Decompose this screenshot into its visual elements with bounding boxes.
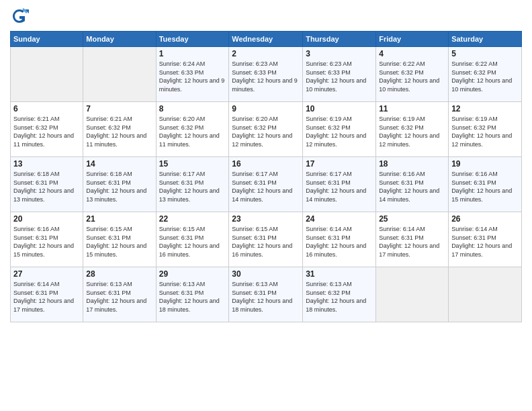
calendar-cell: 3Sunrise: 6:23 AM Sunset: 6:33 PM Daylig…	[303, 47, 376, 102]
day-number: 1	[159, 49, 226, 58]
day-number: 17	[306, 159, 373, 169]
day-info: Sunrise: 6:22 AM Sunset: 6:32 PM Dayligh…	[451, 60, 519, 93]
calendar-cell: 9Sunrise: 6:20 AM Sunset: 6:32 PM Daylig…	[229, 102, 303, 157]
calendar-cell	[11, 47, 83, 102]
calendar-cell: 15Sunrise: 6:17 AM Sunset: 6:31 PM Dayli…	[156, 157, 229, 212]
weekday-header-thursday: Thursday	[303, 32, 376, 47]
calendar-cell: 12Sunrise: 6:19 AM Sunset: 6:32 PM Dayli…	[449, 102, 522, 157]
calendar-cell	[376, 267, 449, 322]
day-number: 23	[232, 214, 300, 224]
day-info: Sunrise: 6:22 AM Sunset: 6:32 PM Dayligh…	[379, 60, 445, 93]
day-number: 29	[159, 269, 226, 279]
day-info: Sunrise: 6:13 AM Sunset: 6:31 PM Dayligh…	[159, 280, 226, 314]
day-info: Sunrise: 6:13 AM Sunset: 6:31 PM Dayligh…	[86, 280, 152, 314]
calendar-cell: 25Sunrise: 6:14 AM Sunset: 6:31 PM Dayli…	[376, 212, 449, 267]
weekday-header-monday: Monday	[83, 32, 156, 47]
day-number: 30	[232, 269, 300, 279]
logo-icon	[10, 7, 29, 26]
calendar-cell: 10Sunrise: 6:19 AM Sunset: 6:32 PM Dayli…	[303, 102, 376, 157]
day-number: 20	[13, 214, 80, 224]
day-number: 3	[306, 49, 373, 58]
day-info: Sunrise: 6:23 AM Sunset: 6:33 PM Dayligh…	[306, 60, 373, 93]
weekday-header-wednesday: Wednesday	[229, 32, 303, 47]
header	[10, 7, 522, 26]
calendar-cell: 14Sunrise: 6:18 AM Sunset: 6:31 PM Dayli…	[83, 157, 156, 212]
day-number: 14	[86, 159, 152, 169]
calendar-cell: 11Sunrise: 6:19 AM Sunset: 6:32 PM Dayli…	[376, 102, 449, 157]
day-info: Sunrise: 6:13 AM Sunset: 6:32 PM Dayligh…	[306, 280, 373, 314]
weekday-header-tuesday: Tuesday	[156, 32, 229, 47]
day-info: Sunrise: 6:20 AM Sunset: 6:32 PM Dayligh…	[232, 115, 300, 148]
day-number: 18	[379, 159, 445, 169]
day-info: Sunrise: 6:19 AM Sunset: 6:32 PM Dayligh…	[451, 115, 519, 148]
day-number: 31	[306, 269, 373, 279]
calendar-cell: 29Sunrise: 6:13 AM Sunset: 6:31 PM Dayli…	[156, 267, 229, 322]
calendar-cell: 27Sunrise: 6:14 AM Sunset: 6:31 PM Dayli…	[11, 267, 83, 322]
calendar-week-1: 1Sunrise: 6:24 AM Sunset: 6:33 PM Daylig…	[11, 47, 522, 102]
calendar-cell: 7Sunrise: 6:21 AM Sunset: 6:32 PM Daylig…	[83, 102, 156, 157]
calendar-week-4: 20Sunrise: 6:16 AM Sunset: 6:31 PM Dayli…	[11, 212, 522, 267]
day-number: 27	[13, 269, 80, 279]
calendar-week-5: 27Sunrise: 6:14 AM Sunset: 6:31 PM Dayli…	[11, 267, 522, 322]
day-number: 19	[451, 159, 519, 169]
calendar-header: SundayMondayTuesdayWednesdayThursdayFrid…	[11, 32, 522, 47]
calendar-table: SundayMondayTuesdayWednesdayThursdayFrid…	[10, 31, 522, 322]
day-info: Sunrise: 6:16 AM Sunset: 6:31 PM Dayligh…	[379, 170, 445, 203]
calendar-cell: 31Sunrise: 6:13 AM Sunset: 6:32 PM Dayli…	[303, 267, 376, 322]
calendar-cell: 24Sunrise: 6:14 AM Sunset: 6:31 PM Dayli…	[303, 212, 376, 267]
day-number: 26	[451, 214, 519, 224]
calendar-cell: 8Sunrise: 6:20 AM Sunset: 6:32 PM Daylig…	[156, 102, 229, 157]
day-number: 24	[306, 214, 373, 224]
calendar-cell: 18Sunrise: 6:16 AM Sunset: 6:31 PM Dayli…	[376, 157, 449, 212]
day-info: Sunrise: 6:21 AM Sunset: 6:32 PM Dayligh…	[13, 115, 80, 148]
calendar-cell: 2Sunrise: 6:23 AM Sunset: 6:33 PM Daylig…	[229, 47, 303, 102]
calendar-page: SundayMondayTuesdayWednesdayThursdayFrid…	[0, 0, 532, 411]
calendar-cell: 30Sunrise: 6:13 AM Sunset: 6:31 PM Dayli…	[229, 267, 303, 322]
day-number: 9	[232, 104, 300, 113]
calendar-cell: 21Sunrise: 6:15 AM Sunset: 6:31 PM Dayli…	[83, 212, 156, 267]
day-info: Sunrise: 6:15 AM Sunset: 6:31 PM Dayligh…	[159, 225, 226, 259]
day-info: Sunrise: 6:23 AM Sunset: 6:33 PM Dayligh…	[232, 60, 300, 93]
day-info: Sunrise: 6:19 AM Sunset: 6:32 PM Dayligh…	[379, 115, 445, 148]
day-number: 10	[306, 104, 373, 113]
calendar-cell: 16Sunrise: 6:17 AM Sunset: 6:31 PM Dayli…	[229, 157, 303, 212]
calendar-cell: 1Sunrise: 6:24 AM Sunset: 6:33 PM Daylig…	[156, 47, 229, 102]
day-info: Sunrise: 6:18 AM Sunset: 6:31 PM Dayligh…	[13, 170, 80, 203]
calendar-cell: 5Sunrise: 6:22 AM Sunset: 6:32 PM Daylig…	[449, 47, 522, 102]
weekday-header-friday: Friday	[376, 32, 449, 47]
day-info: Sunrise: 6:21 AM Sunset: 6:32 PM Dayligh…	[86, 115, 152, 148]
calendar-week-3: 13Sunrise: 6:18 AM Sunset: 6:31 PM Dayli…	[11, 157, 522, 212]
day-number: 4	[379, 49, 445, 58]
calendar-cell: 28Sunrise: 6:13 AM Sunset: 6:31 PM Dayli…	[83, 267, 156, 322]
calendar-cell	[449, 267, 522, 322]
day-number: 21	[86, 214, 152, 224]
calendar-cell: 6Sunrise: 6:21 AM Sunset: 6:32 PM Daylig…	[11, 102, 83, 157]
day-info: Sunrise: 6:15 AM Sunset: 6:31 PM Dayligh…	[86, 225, 152, 259]
day-info: Sunrise: 6:17 AM Sunset: 6:31 PM Dayligh…	[306, 170, 373, 203]
day-number: 8	[159, 104, 226, 113]
day-number: 15	[159, 159, 226, 169]
day-number: 7	[86, 104, 152, 113]
day-number: 12	[451, 104, 519, 113]
day-info: Sunrise: 6:16 AM Sunset: 6:31 PM Dayligh…	[13, 225, 80, 259]
calendar-cell: 13Sunrise: 6:18 AM Sunset: 6:31 PM Dayli…	[11, 157, 83, 212]
calendar-cell: 17Sunrise: 6:17 AM Sunset: 6:31 PM Dayli…	[303, 157, 376, 212]
day-number: 16	[232, 159, 300, 169]
day-info: Sunrise: 6:24 AM Sunset: 6:33 PM Dayligh…	[159, 60, 226, 93]
day-info: Sunrise: 6:14 AM Sunset: 6:31 PM Dayligh…	[13, 280, 80, 314]
day-info: Sunrise: 6:16 AM Sunset: 6:31 PM Dayligh…	[451, 170, 519, 203]
calendar-cell: 19Sunrise: 6:16 AM Sunset: 6:31 PM Dayli…	[449, 157, 522, 212]
calendar-cell: 26Sunrise: 6:14 AM Sunset: 6:31 PM Dayli…	[449, 212, 522, 267]
day-info: Sunrise: 6:19 AM Sunset: 6:32 PM Dayligh…	[306, 115, 373, 148]
day-info: Sunrise: 6:18 AM Sunset: 6:31 PM Dayligh…	[86, 170, 152, 203]
calendar-cell: 22Sunrise: 6:15 AM Sunset: 6:31 PM Dayli…	[156, 212, 229, 267]
day-number: 13	[13, 159, 80, 169]
calendar-body: 1Sunrise: 6:24 AM Sunset: 6:33 PM Daylig…	[11, 47, 522, 322]
day-number: 22	[159, 214, 226, 224]
day-info: Sunrise: 6:14 AM Sunset: 6:31 PM Dayligh…	[379, 225, 445, 259]
day-info: Sunrise: 6:17 AM Sunset: 6:31 PM Dayligh…	[159, 170, 226, 203]
weekday-header-sunday: Sunday	[11, 32, 83, 47]
calendar-cell	[83, 47, 156, 102]
day-number: 25	[379, 214, 445, 224]
weekday-header-saturday: Saturday	[449, 32, 522, 47]
